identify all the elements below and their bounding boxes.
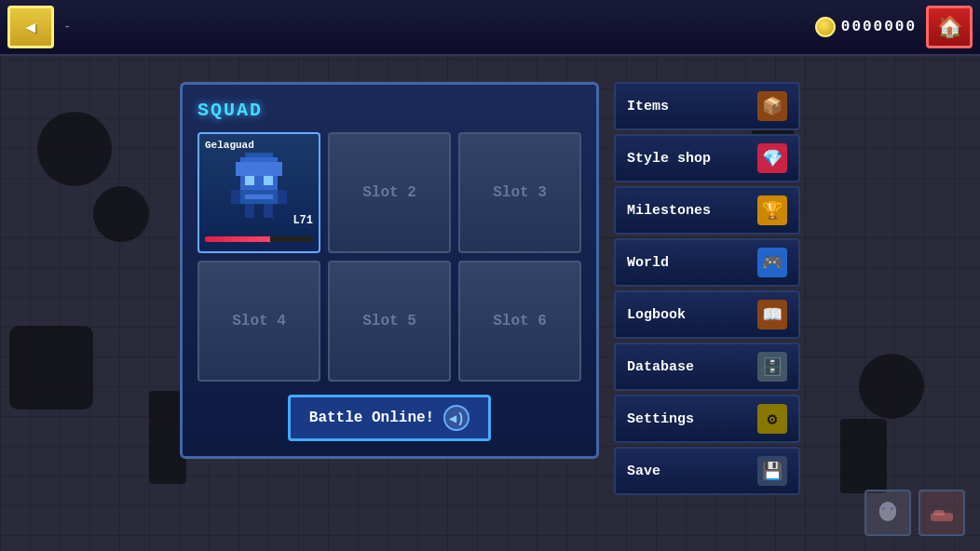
squad-title: SQUAD [197, 100, 581, 121]
character-info: Gelaguad [199, 134, 319, 251]
menu-label-4: Logbook [627, 307, 686, 323]
character-sprite [226, 153, 292, 218]
svg-rect-4 [245, 176, 254, 185]
svg-rect-9 [264, 204, 273, 218]
slot-6-label: Slot 6 [493, 313, 547, 329]
squad-slot-6[interactable]: Slot 6 [458, 261, 581, 382]
character-hp-bar [205, 236, 313, 242]
dash-label: - [63, 20, 71, 34]
menu-item-save[interactable]: Save💾 [614, 447, 800, 495]
svg-rect-7 [245, 195, 273, 199]
character-name: Gelaguad [205, 140, 254, 151]
squad-slot-1[interactable]: Gelaguad [197, 132, 320, 253]
bottom-btn-ghost[interactable] [864, 490, 911, 536]
svg-rect-5 [264, 176, 273, 185]
svg-rect-14 [891, 507, 893, 510]
svg-rect-13 [882, 507, 885, 510]
top-bar-spacer: - [54, 20, 815, 34]
battle-btn-area: Battle Online! ◀) [197, 395, 581, 441]
squad-slot-5[interactable]: Slot 5 [328, 261, 451, 382]
slot-2-label: Slot 2 [362, 184, 416, 201]
coin-area: 0000000 [815, 17, 917, 37]
menu-label-2: Milestones [627, 203, 711, 219]
menu-label-0: Items [627, 99, 669, 114]
svg-rect-2 [236, 162, 282, 176]
svg-rect-8 [245, 204, 254, 218]
menu-label-3: World [627, 255, 669, 271]
main-content: SQUAD Gelaguad [0, 63, 980, 551]
menu-icon-6: ⚙️ [757, 404, 787, 434]
menu-item-world[interactable]: World🎮 [614, 238, 800, 287]
menu-icon-4: 📖 [757, 300, 787, 329]
battle-btn-label: Battle Online! [309, 410, 434, 426]
character-level: L71 [293, 214, 313, 227]
home-button[interactable] [926, 6, 973, 48]
menu-item-database[interactable]: Database🗄️ [614, 343, 800, 391]
back-button[interactable] [7, 6, 54, 48]
svg-rect-0 [245, 153, 273, 157]
svg-rect-16 [933, 510, 945, 516]
menu-icon-0: 📦 [757, 91, 787, 121]
slot-5-label: Slot 5 [362, 313, 416, 329]
menu-item-settings[interactable]: Settings⚙️ [614, 395, 800, 443]
svg-rect-10 [231, 190, 240, 204]
menu-item-logbook[interactable]: Logbook📖 [614, 290, 800, 339]
menu-icon-1: 💎 [757, 143, 787, 173]
menu-label-6: Settings [627, 411, 694, 427]
squad-slot-3[interactable]: Slot 3 [458, 132, 581, 253]
menu-icon-5: 🗄️ [757, 352, 787, 382]
menu-item-milestones[interactable]: Milestones🏆 [614, 186, 800, 235]
menu-icon-2: 🏆 [757, 195, 787, 225]
coin-icon [815, 17, 836, 37]
menu-label-7: Save [627, 464, 660, 479]
menu-label-5: Database [627, 359, 694, 375]
squad-slot-2[interactable]: Slot 2 [328, 132, 451, 253]
character-hp-fill [205, 236, 270, 242]
slot-4-label: Slot 4 [232, 313, 286, 329]
menu-label-1: Style shop [627, 151, 711, 167]
menu-item-style-shop[interactable]: Style shop💎 [614, 134, 800, 182]
bottom-btn-shoe[interactable] [919, 490, 965, 536]
battle-online-button[interactable]: Battle Online! ◀) [288, 395, 491, 441]
squad-grid: Gelaguad [197, 132, 581, 382]
svg-rect-1 [240, 157, 278, 162]
menu-icon-3: 🎮 [757, 248, 787, 277]
right-menu: Items📦Style shop💎Milestones🏆World🎮Logboo… [614, 82, 800, 495]
top-bar: - 0000000 [0, 0, 980, 56]
bottom-right-buttons [864, 490, 965, 536]
svg-rect-12 [879, 502, 896, 521]
battle-sound-icon: ◀) [443, 405, 470, 431]
slot-3-label: Slot 3 [493, 184, 547, 201]
menu-item-items[interactable]: Items📦 [614, 82, 800, 130]
squad-panel: SQUAD Gelaguad [180, 82, 599, 459]
svg-rect-11 [278, 190, 287, 204]
coin-count: 0000000 [841, 19, 917, 35]
squad-slot-4[interactable]: Slot 4 [197, 261, 320, 382]
menu-icon-7: 💾 [757, 456, 787, 486]
